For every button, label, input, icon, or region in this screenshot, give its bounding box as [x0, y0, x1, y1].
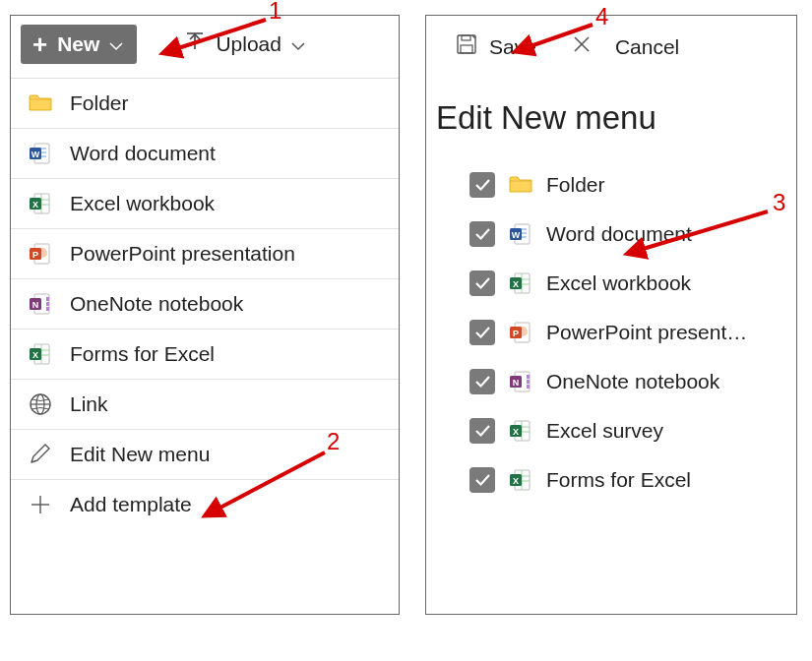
upload-button-label: Upload	[216, 32, 281, 56]
edit-item-folder: Folder	[469, 160, 796, 210]
checkbox[interactable]	[469, 369, 495, 394]
panel-title: Edit New menu	[426, 60, 796, 154]
save-icon	[456, 33, 489, 60]
powerpoint-icon	[509, 321, 532, 344]
edit-item-forms-excel: Forms for Excel	[469, 455, 796, 505]
excel-icon	[29, 342, 52, 366]
checkbox[interactable]	[469, 467, 495, 493]
checkbox[interactable]	[469, 418, 495, 444]
word-icon	[509, 222, 532, 246]
menu-item-label: Word document	[70, 142, 216, 165]
menu-item-label: Edit New menu	[70, 443, 210, 466]
annotation-number-1: 1	[269, 0, 281, 25]
checkbox[interactable]	[469, 270, 495, 296]
edit-item-label: OneNote notebook	[546, 370, 719, 393]
edit-item-label: Word document	[546, 222, 692, 246]
menu-item-link[interactable]: Link	[11, 380, 399, 430]
checkbox[interactable]	[469, 221, 495, 247]
checkbox[interactable]	[469, 172, 495, 198]
panel-toolbar: Save Cancel	[426, 16, 796, 60]
toolbar: + New Upload	[11, 16, 399, 64]
folder-icon	[29, 91, 52, 115]
menu-item-add-template[interactable]: Add template	[11, 480, 399, 529]
edit-item-onenote: OneNote notebook	[469, 357, 796, 406]
new-button-label: New	[57, 32, 99, 56]
menu-item-forms-excel[interactable]: Forms for Excel	[11, 330, 399, 380]
annotation-number-4: 4	[595, 3, 608, 30]
menu-item-edit-new-menu[interactable]: Edit New menu	[11, 430, 399, 480]
pencil-icon	[29, 443, 52, 466]
edit-item-word: Word document	[469, 210, 796, 259]
menu-item-label: Add template	[70, 493, 192, 516]
upload-icon	[184, 31, 206, 58]
edit-item-label: PowerPoint present…	[546, 321, 747, 344]
word-icon	[29, 142, 52, 165]
plus-icon: +	[32, 34, 47, 54]
new-button[interactable]: + New	[21, 25, 137, 64]
edit-item-excel: Excel workbook	[469, 259, 796, 308]
menu-item-folder[interactable]: Folder	[11, 79, 399, 129]
cancel-button[interactable]: Cancel	[572, 34, 679, 59]
save-button-label: Save	[489, 35, 536, 59]
excel-icon	[509, 468, 532, 492]
edit-item-powerpoint: PowerPoint present…	[469, 308, 796, 357]
chevron-down-icon	[109, 32, 123, 56]
menu-item-label: PowerPoint presentation	[70, 242, 295, 266]
edit-item-label: Forms for Excel	[546, 468, 691, 492]
checkbox[interactable]	[469, 320, 495, 345]
annotation-number-3: 3	[773, 189, 785, 216]
save-button[interactable]: Save	[456, 33, 536, 60]
menu-item-label: OneNote notebook	[70, 292, 243, 316]
chevron-down-icon	[291, 32, 305, 56]
excel-icon	[509, 419, 532, 443]
powerpoint-icon	[29, 242, 52, 266]
close-icon	[572, 34, 603, 59]
edit-item-label: Folder	[546, 173, 605, 197]
menu-item-onenote[interactable]: OneNote notebook	[11, 279, 399, 330]
menu-item-label: Link	[70, 392, 108, 416]
onenote-icon	[509, 370, 532, 393]
upload-button[interactable]: Upload	[184, 31, 305, 58]
excel-icon	[509, 271, 532, 295]
plus-icon	[29, 493, 52, 516]
new-menu-list: Folder Word document Excel workbook Powe…	[11, 78, 399, 529]
onenote-icon	[29, 292, 52, 316]
annotation-number-2: 2	[327, 428, 340, 455]
menu-item-powerpoint[interactable]: PowerPoint presentation	[11, 229, 399, 279]
edit-item-label: Excel survey	[546, 419, 663, 443]
menu-item-label: Folder	[70, 91, 129, 115]
new-menu-panel: + New Upload Folder Word document	[10, 15, 400, 615]
edit-item-label: Excel workbook	[546, 271, 691, 295]
menu-item-label: Forms for Excel	[70, 342, 215, 366]
cancel-button-label: Cancel	[615, 35, 679, 59]
globe-icon	[29, 392, 52, 416]
menu-item-label: Excel workbook	[70, 192, 215, 215]
menu-item-word[interactable]: Word document	[11, 129, 399, 179]
folder-icon	[509, 173, 532, 197]
edit-new-menu-panel: Save Cancel Edit New menu Folder Word do…	[425, 15, 797, 615]
excel-icon	[29, 192, 52, 215]
edit-new-menu-list: Folder Word document Excel workbook Powe…	[426, 154, 796, 505]
menu-item-excel[interactable]: Excel workbook	[11, 179, 399, 229]
edit-item-excel-survey: Excel survey	[469, 406, 796, 455]
